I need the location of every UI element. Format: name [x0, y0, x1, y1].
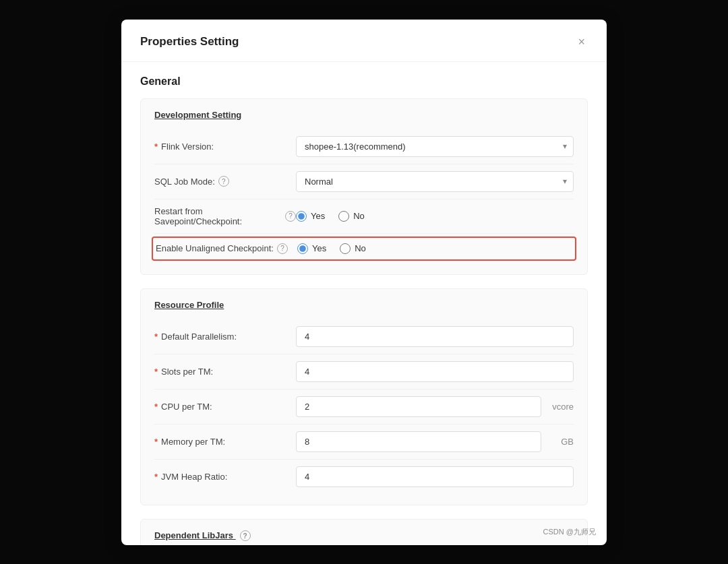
jvm-heap-ratio-label: * JVM Heap Ratio: [154, 472, 296, 482]
modal-title: Properties Setting [140, 35, 239, 49]
modal-header: Properties Setting × [121, 20, 607, 62]
close-button[interactable]: × [575, 33, 588, 51]
default-parallelism-label: * Default Parallelism: [154, 332, 296, 342]
jvm-heap-ratio-row: * JVM Heap Ratio: [154, 460, 574, 494]
restart-savepoint-row: Restart from Savepoint/Checkpoint: ? Yes… [154, 199, 574, 234]
sql-job-mode-control: Normal Batch Streaming ▾ [296, 171, 574, 192]
dependent-libjars-block: Dependent LibJars ? very-big-state-01.ja… [140, 519, 588, 545]
slots-per-tm-input[interactable] [296, 361, 574, 382]
memory-per-tm-input-wrap: GB [296, 431, 574, 452]
restart-savepoint-control: Yes No [296, 211, 574, 222]
slots-per-tm-required: * [154, 367, 158, 377]
flink-version-select-wrap: shopee-1.13(recommend) flink-1.12 flink-… [296, 136, 574, 157]
modal-overlay: Properties Setting × General Development… [0, 0, 728, 564]
restart-savepoint-yes-text: Yes [311, 211, 325, 221]
watermark: CSDN @九师兄 [543, 527, 596, 537]
unaligned-checkpoint-yes-radio[interactable] [297, 243, 308, 254]
restart-savepoint-no-text: No [353, 211, 365, 221]
development-setting-title: Development Setting [154, 110, 574, 120]
unaligned-checkpoint-yes-text: Yes [312, 243, 326, 253]
slots-per-tm-label: * Slots per TM: [154, 367, 296, 377]
resource-profile-block: Resource Profile * Default Parallelism: [140, 288, 588, 505]
cpu-per-tm-row: * CPU per TM: vcore [154, 389, 574, 425]
memory-per-tm-label: * Memory per TM: [154, 437, 296, 447]
flink-version-control: shopee-1.13(recommend) flink-1.12 flink-… [296, 136, 574, 157]
flink-version-required: * [154, 142, 158, 152]
restart-savepoint-label: Restart from Savepoint/Checkpoint: ? [154, 206, 296, 226]
cpu-per-tm-input[interactable] [296, 396, 541, 417]
jvm-heap-ratio-input[interactable] [296, 466, 574, 487]
memory-per-tm-control: GB [296, 431, 574, 452]
jvm-heap-ratio-required: * [154, 472, 158, 482]
unaligned-checkpoint-help-icon: ? [277, 243, 288, 254]
default-parallelism-control [296, 326, 574, 347]
sql-job-mode-label: SQL Job Mode: ? [154, 176, 296, 187]
flink-version-select[interactable]: shopee-1.13(recommend) flink-1.12 flink-… [296, 136, 574, 157]
unaligned-checkpoint-control: Yes No [297, 243, 572, 254]
sql-job-mode-help-icon: ? [218, 176, 229, 187]
modal-body: General Development Setting * Flink Vers… [121, 62, 607, 545]
close-icon: × [578, 36, 585, 48]
cpu-per-tm-input-wrap: vcore [296, 396, 574, 417]
dependent-libjars-header: Dependent LibJars ? [154, 530, 574, 542]
restart-savepoint-no-label[interactable]: No [338, 211, 365, 222]
default-parallelism-input-wrap [296, 326, 574, 347]
jvm-heap-ratio-input-wrap [296, 466, 574, 487]
development-setting-block: Development Setting * Flink Version: sho… [140, 98, 588, 275]
restart-savepoint-help-icon: ? [285, 211, 296, 222]
properties-modal: Properties Setting × General Development… [121, 20, 607, 545]
sql-job-mode-row: SQL Job Mode: ? Normal Batch Streaming ▾ [154, 164, 574, 199]
unaligned-checkpoint-no-radio[interactable] [340, 243, 351, 254]
memory-per-tm-row: * Memory per TM: GB [154, 425, 574, 460]
cpu-per-tm-unit: vcore [547, 402, 574, 412]
unaligned-checkpoint-no-text: No [355, 243, 366, 253]
default-parallelism-row: * Default Parallelism: [154, 319, 574, 354]
unaligned-checkpoint-yes-label[interactable]: Yes [297, 243, 326, 254]
flink-version-row: * Flink Version: shopee-1.13(recommend) … [154, 129, 574, 164]
slots-per-tm-input-wrap [296, 361, 574, 382]
sql-job-mode-select[interactable]: Normal Batch Streaming [296, 171, 574, 192]
unaligned-checkpoint-radio-group: Yes No [297, 243, 572, 254]
restart-savepoint-radio-group: Yes No [296, 211, 574, 222]
restart-savepoint-yes-label[interactable]: Yes [296, 211, 325, 222]
restart-savepoint-no-radio[interactable] [338, 211, 349, 222]
memory-per-tm-required: * [154, 437, 158, 447]
default-parallelism-input[interactable] [296, 326, 574, 347]
dependent-libjars-help-icon: ? [240, 530, 251, 541]
default-parallelism-required: * [154, 332, 158, 342]
restart-savepoint-yes-radio[interactable] [296, 211, 307, 222]
sql-job-mode-select-wrap: Normal Batch Streaming ▾ [296, 171, 574, 192]
jvm-heap-ratio-control [296, 466, 574, 487]
flink-version-label: * Flink Version: [154, 142, 296, 152]
cpu-per-tm-control: vcore [296, 396, 574, 417]
slots-per-tm-control [296, 361, 574, 382]
slots-per-tm-row: * Slots per TM: [154, 354, 574, 389]
unaligned-checkpoint-label: Enable Unaligned Checkpoint: ? [156, 243, 297, 254]
memory-per-tm-input[interactable] [296, 431, 541, 452]
unaligned-checkpoint-row: Enable Unaligned Checkpoint: ? Yes No [152, 237, 576, 261]
unaligned-checkpoint-no-label[interactable]: No [340, 243, 366, 254]
resource-profile-title: Resource Profile [154, 300, 574, 310]
cpu-per-tm-label: * CPU per TM: [154, 402, 296, 412]
cpu-per-tm-required: * [154, 402, 158, 412]
memory-per-tm-unit: GB [547, 437, 574, 447]
general-section-title: General [140, 75, 588, 88]
